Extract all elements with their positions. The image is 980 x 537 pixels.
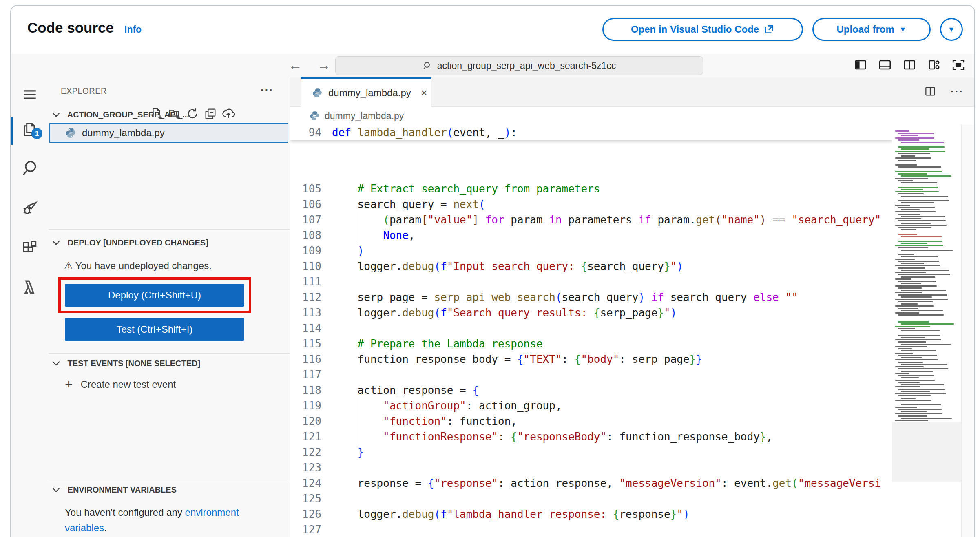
search-view-icon[interactable]	[21, 159, 39, 177]
line-source: def lambda_handler(event, _):	[332, 125, 517, 140]
minimap-line	[898, 308, 918, 309]
code-line-121[interactable]: 121 "functionResponse": {"responseBody":…	[290, 429, 892, 444]
line-number[interactable]: 119	[290, 398, 321, 413]
deploy-section-header[interactable]: DEPLOY [UNDEPLOYED CHANGES]	[53, 238, 208, 248]
code-line-110[interactable]: 110 logger.debug(f"Input search query: {…	[290, 259, 892, 274]
line-number[interactable]: 107	[290, 212, 321, 228]
collapse-all-icon[interactable]	[204, 107, 217, 121]
line-number[interactable]: 94	[290, 125, 321, 140]
line-number[interactable]: 121	[290, 429, 321, 444]
line-number[interactable]: 122	[290, 444, 321, 460]
code-line-126[interactable]: 126 logger.debug(f"lambda_handler respon…	[290, 506, 892, 522]
line-number[interactable]: 124	[290, 475, 321, 491]
code-line-122[interactable]: 122 }	[290, 444, 892, 460]
line-number[interactable]: 109	[290, 243, 321, 259]
env-vars-section-header[interactable]: ENVIRONMENT VARIABLES	[53, 485, 177, 495]
deploy-button[interactable]: Deploy (Ctrl+Shift+U)	[65, 284, 244, 307]
forward-arrow-button[interactable]: →	[317, 57, 331, 73]
code-line-124[interactable]: 124 response = {"response": action_respo…	[290, 475, 892, 491]
back-arrow-button[interactable]: ←	[288, 57, 302, 73]
menu-icon[interactable]	[21, 86, 39, 104]
file-item-dummy-lambda[interactable]: dummy_lambda.py	[49, 123, 288, 143]
create-test-event-button[interactable]: + Create new test event	[65, 377, 176, 392]
code-line-120[interactable]: 120 "function": function,	[290, 413, 892, 429]
run-debug-icon[interactable]	[21, 199, 39, 217]
code-line-117[interactable]: 117	[290, 367, 892, 382]
minimap-line	[901, 229, 916, 230]
extensions-icon[interactable]	[21, 239, 39, 257]
code-line-114[interactable]: 114	[290, 320, 892, 336]
line-number[interactable]: 105	[290, 181, 321, 197]
minimap-slider[interactable]	[892, 422, 961, 482]
new-file-icon[interactable]	[150, 107, 164, 121]
minimap-line	[898, 294, 947, 296]
line-number[interactable]: 115	[290, 336, 321, 351]
code-line-109[interactable]: 109 )	[290, 243, 892, 259]
line-number[interactable]: 106	[290, 197, 321, 212]
toggle-secondary-sidebar-icon[interactable]	[903, 58, 916, 72]
line-number[interactable]: 114	[290, 320, 321, 336]
line-number[interactable]: 120	[290, 413, 321, 429]
code-line-115[interactable]: 115 # Prepare the Lambda response	[290, 336, 892, 351]
minimap[interactable]	[892, 125, 961, 537]
line-number[interactable]: 127	[290, 522, 321, 537]
open-in-vscode-button[interactable]: Open in Visual Studio Code	[602, 18, 803, 41]
line-number[interactable]: 110	[290, 259, 321, 274]
line-number[interactable]: 112	[290, 289, 321, 305]
code-line-127[interactable]: 127	[290, 522, 892, 537]
test-button[interactable]: Test (Ctrl+Shift+I)	[65, 318, 244, 341]
code-editor[interactable]: 94def lambda_handler(event, _): 105 # Ex…	[290, 125, 974, 537]
code-line-113[interactable]: 113 logger.debug(f"Search query results:…	[290, 305, 892, 320]
search-input[interactable]: action_group_serp_api_web_search-5z1cc	[335, 56, 703, 75]
code-line-106[interactable]: 106 search_query = next(	[290, 197, 892, 212]
minimap-line	[895, 137, 934, 139]
refresh-icon[interactable]	[186, 107, 199, 121]
code-line-107[interactable]: 107 (param["value"] for param in paramet…	[290, 212, 892, 228]
caret-down-icon: ▼	[899, 25, 907, 34]
line-number[interactable]: 108	[290, 228, 321, 243]
fullscreen-icon[interactable]	[951, 58, 965, 72]
breadcrumb[interactable]: dummy_lambda.py	[290, 107, 974, 125]
code-line-112[interactable]: 112 serp_page = serp_api_web_search(sear…	[290, 289, 892, 305]
minimap-line	[898, 207, 935, 208]
line-source: None,	[332, 228, 415, 243]
line-number[interactable]: 118	[290, 382, 321, 398]
upload-cloud-icon[interactable]	[221, 107, 235, 121]
aws-lambda-icon[interactable]	[21, 278, 39, 296]
toggle-sidebar-icon[interactable]	[854, 58, 867, 72]
info-link[interactable]: Info	[124, 24, 142, 35]
test-events-section-header[interactable]: TEST EVENTS [NONE SELECTED]	[53, 359, 200, 368]
code-line-123[interactable]: 123	[290, 460, 892, 475]
line-number[interactable]: 111	[290, 274, 321, 289]
code-line-118[interactable]: 118 action_response = {	[290, 382, 892, 398]
toggle-panel-icon[interactable]	[878, 58, 892, 72]
vertical-scrollbar[interactable]	[961, 125, 974, 537]
editor-more-actions-icon[interactable]: ···	[951, 85, 964, 98]
tab-close-icon[interactable]: ×	[421, 86, 427, 99]
explorer-more-actions-icon[interactable]: ···	[261, 84, 274, 97]
line-number[interactable]: 123	[290, 460, 321, 475]
line-number[interactable]: 126	[290, 506, 321, 522]
code-line-111[interactable]: 111	[290, 274, 892, 289]
code-line-119[interactable]: 119 "actionGroup": action_group,	[290, 398, 892, 413]
new-folder-icon[interactable]	[168, 107, 181, 121]
split-editor-icon[interactable]	[924, 85, 937, 98]
sticky-scroll-line[interactable]: 94def lambda_handler(event, _):	[290, 125, 892, 140]
customize-layout-icon[interactable]	[927, 58, 941, 72]
line-number[interactable]: 116	[290, 351, 321, 367]
code-line-94[interactable]: 94def lambda_handler(event, _):	[290, 125, 892, 140]
code-lines[interactable]: 94def lambda_handler(event, _): 105 # Ex…	[290, 125, 892, 537]
line-number[interactable]: 125	[290, 491, 321, 506]
code-line-125[interactable]: 125	[290, 491, 892, 506]
upload-from-button[interactable]: Upload from ▼	[812, 18, 931, 41]
more-actions-button[interactable]: ▼	[940, 18, 963, 41]
minimap-line	[895, 259, 915, 260]
line-number[interactable]: 117	[290, 367, 321, 382]
code-line-105[interactable]: 105 # Extract search_query from paramete…	[290, 181, 892, 197]
code-line-116[interactable]: 116 function_response_body = {"TEXT": {"…	[290, 351, 892, 367]
explorer-icon[interactable]: 1	[21, 120, 39, 138]
line-number[interactable]: 113	[290, 305, 321, 320]
code-line-108[interactable]: 108 None,	[290, 228, 892, 243]
tab-dummy-lambda[interactable]: dummy_lambda.py ×	[301, 77, 431, 107]
window-layout-controls	[854, 58, 965, 72]
